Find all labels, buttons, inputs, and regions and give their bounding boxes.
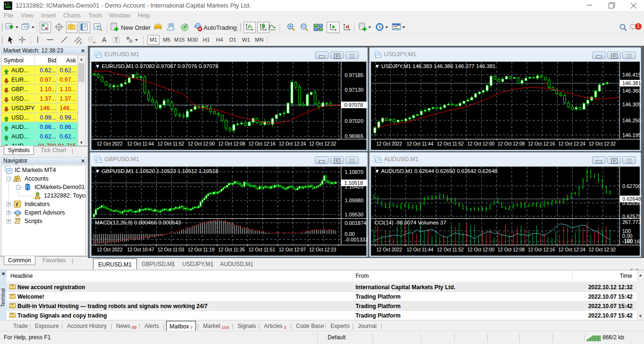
svg-text:267.773: 267.773	[622, 219, 641, 225]
svg-text:12 Oct 12:00: 12 Oct 12:00	[188, 141, 215, 146]
svg-text:12 Oct 11:19: 12 Oct 11:19	[188, 247, 215, 252]
svg-text:12 Oct 11:44: 12 Oct 11:44	[127, 141, 154, 146]
svg-text:12 Oct 2022: 12 Oct 2022	[376, 141, 402, 146]
svg-text:0.62648: 0.62648	[622, 196, 641, 202]
svg-text:12 Oct 12:00: 12 Oct 12:00	[467, 141, 495, 146]
svg-text:1.10518: 1.10518	[344, 180, 363, 186]
svg-text:1.09980: 1.09980	[345, 198, 364, 203]
svg-text:-0.001333: -0.001333	[345, 237, 368, 242]
svg-text:12 Oct 12:24: 12 Oct 12:24	[279, 141, 306, 146]
svg-text:T: T	[115, 37, 119, 43]
svg-text:0.97020: 0.97020	[345, 118, 364, 124]
svg-text:0.001874: 0.001874	[345, 220, 366, 226]
svg-text:C: C	[7, 3, 9, 6]
svg-text:12 Oct 12:08: 12 Oct 12:08	[498, 141, 525, 146]
svg-text:12 Oct 11:03: 12 Oct 11:03	[158, 247, 185, 252]
svg-text:▼ USDJPY,M1 146.383 146.386 1: ▼ USDJPY,M1 146.383 146.386 146.377 146.…	[374, 63, 496, 69]
svg-text:E: E	[80, 41, 82, 44]
svg-text:12 Oct 12:08: 12 Oct 12:08	[218, 141, 246, 146]
svg-text:12 Oct 11:44: 12 Oct 11:44	[407, 247, 433, 252]
svg-text:0.62700: 0.62700	[622, 183, 641, 189]
svg-text:12 Oct 12:16: 12 Oct 12:16	[528, 247, 555, 252]
svg-text:0.97078: 0.97078	[344, 102, 363, 108]
svg-text:I: I	[5, 3, 6, 6]
svg-text:12 Oct 11:52: 12 Oct 11:52	[437, 247, 464, 252]
svg-text:12 Oct 12:00: 12 Oct 12:00	[467, 247, 495, 252]
svg-text:146.195: 146.195	[622, 132, 641, 138]
svg-text:12 Oct 12:32: 12 Oct 12:32	[589, 247, 616, 252]
svg-text:A: A	[102, 36, 107, 43]
svg-text:0.96965: 0.96965	[345, 133, 364, 139]
svg-text:1.09530: 1.09530	[345, 212, 364, 217]
svg-text:12 Oct 11:52: 12 Oct 11:52	[437, 141, 464, 146]
svg-text:146.360: 146.360	[622, 88, 641, 94]
svg-text:12 Oct 10:47: 12 Oct 10:47	[127, 247, 154, 252]
svg-text:12 Oct 11:44: 12 Oct 11:44	[407, 141, 433, 146]
svg-text:▼ EURUSD,M1 0.97082 0.97087 0: ▼ EURUSD,M1 0.97082 0.97087 0.97076 0.97…	[95, 63, 218, 69]
svg-text:0.62575: 0.62575	[622, 214, 641, 219]
svg-text:12 Oct 11:35: 12 Oct 11:35	[218, 247, 245, 252]
svg-text:12 Oct 12:24: 12 Oct 12:24	[559, 141, 586, 146]
svg-text:146.250: 146.250	[622, 118, 641, 123]
svg-text:12 Oct 11:51: 12 Oct 11:51	[248, 247, 275, 252]
svg-text:12 Oct 12:23: 12 Oct 12:23	[309, 247, 337, 252]
svg-text:146.305: 146.305	[622, 102, 641, 107]
svg-text:12 Oct 12:32: 12 Oct 12:32	[589, 141, 616, 146]
svg-text:146.381: 146.381	[622, 80, 641, 86]
svg-text:12 Oct 11:52: 12 Oct 11:52	[158, 141, 185, 146]
svg-text:12 Oct 2022: 12 Oct 2022	[97, 247, 123, 252]
svg-text:12 Oct 12:16: 12 Oct 12:16	[528, 141, 555, 146]
svg-text:12 Oct 12:32: 12 Oct 12:32	[309, 141, 337, 146]
svg-text:-160.1638: -160.1638	[622, 239, 641, 244]
svg-text:146.415: 146.415	[622, 72, 641, 77]
svg-text:1.10870: 1.10870	[345, 169, 364, 175]
svg-text:▼ AUDUSD,M1 0.62644 0.62650 0: ▼ AUDUSD,M1 0.62644 0.62650 0.62642 0.62…	[374, 168, 498, 174]
svg-text:CCI(14) -98.0074 Volumes 37: CCI(14) -98.0074 Volumes 37	[374, 220, 446, 225]
svg-text:12 Oct 12:07: 12 Oct 12:07	[279, 247, 306, 252]
svg-text:12 Oct 2022: 12 Oct 2022	[97, 141, 123, 146]
svg-text:0.97185: 0.97185	[345, 72, 364, 78]
svg-text:0.00: 0.00	[345, 231, 355, 237]
svg-text:MACD(12,26,9) 0.000466 0.00054: MACD(12,26,9) 0.000466 0.000543	[95, 220, 181, 225]
svg-text:12 Oct 12:16: 12 Oct 12:16	[248, 141, 276, 146]
svg-text:12 Oct 12:08: 12 Oct 12:08	[498, 247, 525, 252]
svg-text:12 Oct 2022: 12 Oct 2022	[376, 247, 402, 252]
svg-text:▼ GBPUSD,M1 1.10520 1.10523 1: ▼ GBPUSD,M1 1.10520 1.10523 1.10512 1.10…	[95, 168, 218, 174]
svg-text:F: F	[93, 41, 95, 44]
svg-text:12 Oct 12:24: 12 Oct 12:24	[559, 247, 586, 252]
svg-text:0.97130: 0.97130	[345, 87, 364, 93]
